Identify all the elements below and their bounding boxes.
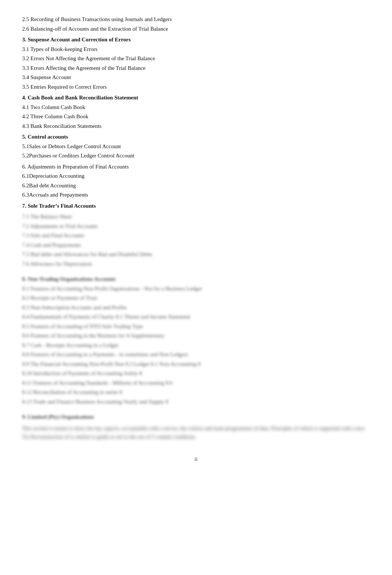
- toc-item-3-4: 3.4 Suspense Account: [22, 73, 370, 82]
- blurred-section-9: 9. Limited (Pty) Organisations This sect…: [22, 412, 370, 442]
- toc-item-5-1: 5.1Sales or Debtors Ledger Control Accou…: [22, 142, 370, 152]
- toc-container: 2.5 Recording of Business Transactions u…: [22, 15, 370, 211]
- toc-item-3-2: 3.2 Errors Not Affecting the Agreement o…: [22, 54, 370, 64]
- toc-item-4-2: 4.2 Three Column Cash Book: [22, 112, 370, 122]
- toc-item-4-1: 4.1 Two Column Cash Book: [22, 103, 370, 112]
- page-number: ii: [22, 456, 370, 462]
- toc-item-6-1: 6.1Depreciation Accounting: [22, 171, 370, 181]
- toc-item-5-2: 5.2Purchases or Creditors Ledger Control…: [22, 151, 370, 161]
- toc-item-6-2: 6.2Bad debt Accounting: [22, 181, 370, 191]
- blurred-section-7-items: 7.1 The Balance Sheet 7.2 Adjustments in…: [22, 212, 370, 269]
- toc-section-3: 3. Suspense Account and Correction of Er…: [22, 35, 370, 45]
- toc-section-4: 4. Cash Book and Bank Reconciliation Sta…: [22, 93, 370, 103]
- toc-item-2-6: 2.6 Balancing-off of Accounts and the Ex…: [22, 24, 370, 34]
- toc-item-3-1: 3.1 Types of Book-keeping Errors: [22, 45, 370, 54]
- toc-item-3-3: 3.3 Errors Affecting the Agreement of th…: [22, 64, 370, 73]
- toc-item-3-5: 3.5 Entries Required to Correct Errors: [22, 82, 370, 92]
- toc-item-6-3: 6.3Accruals and Prepayments: [22, 190, 370, 200]
- toc-item-4-3: 4.3 Bank Reconciliation Statements: [22, 122, 370, 131]
- toc-section-5: 5. Control accounts: [22, 132, 370, 142]
- toc-section-6: 6. Adjustments in Preparation of Final A…: [22, 162, 370, 172]
- blurred-section-8: 8. Non-Trading Organisations Accounts 8.…: [22, 275, 370, 406]
- toc-section-7: 7. Sole Trader’s Final Accounts: [22, 201, 370, 211]
- toc-item-2-5: 2.5 Recording of Business Transactions u…: [22, 15, 370, 24]
